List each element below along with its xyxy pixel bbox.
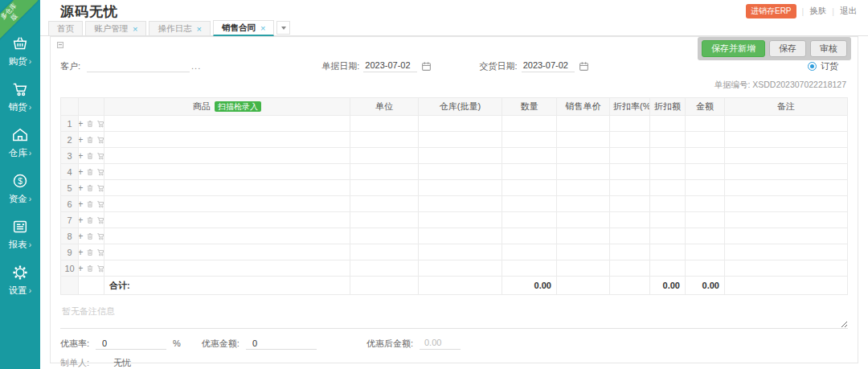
collapse-icon[interactable] xyxy=(57,42,63,48)
quantity-cell[interactable] xyxy=(502,212,557,228)
discount-amount-cell[interactable] xyxy=(650,148,686,164)
warehouse-cell[interactable] xyxy=(419,180,502,196)
add-row-icon[interactable]: + xyxy=(79,216,84,224)
discount-rate-cell[interactable] xyxy=(610,180,650,196)
discount-amount-input[interactable] xyxy=(246,338,317,350)
discount-amount-cell[interactable] xyxy=(650,116,686,132)
delete-row-icon[interactable] xyxy=(86,264,94,273)
remark-cell[interactable] xyxy=(725,228,848,244)
warehouse-cell[interactable] xyxy=(419,228,502,244)
add-row-icon[interactable]: + xyxy=(79,232,84,240)
amount-cell[interactable] xyxy=(686,196,725,212)
discount-rate-cell[interactable] xyxy=(610,116,650,132)
discount-rate-cell[interactable] xyxy=(610,148,650,164)
warehouse-cell[interactable] xyxy=(419,260,502,277)
delete-row-icon[interactable] xyxy=(86,248,94,256)
select-product-cart-icon[interactable] xyxy=(96,248,104,256)
delete-row-icon[interactable] xyxy=(86,136,94,144)
remark-textarea[interactable] xyxy=(60,301,848,329)
save-button[interactable]: 保存 xyxy=(769,40,806,57)
warehouse-cell[interactable] xyxy=(419,148,502,164)
logout-link[interactable]: 退出 xyxy=(840,6,857,17)
audit-button[interactable]: 审核 xyxy=(810,40,847,57)
delete-row-icon[interactable] xyxy=(86,216,94,224)
product-cell[interactable] xyxy=(104,116,350,132)
warehouse-cell[interactable] xyxy=(419,116,502,132)
delete-row-icon[interactable] xyxy=(86,152,94,160)
discount-rate-cell[interactable] xyxy=(610,164,650,180)
calendar-icon[interactable] xyxy=(579,61,589,72)
discount-rate-cell[interactable] xyxy=(610,260,650,277)
sidebar-item-settings[interactable]: 设置› xyxy=(0,258,40,304)
sale-price-cell[interactable] xyxy=(557,164,610,180)
select-product-cart-icon[interactable] xyxy=(96,184,104,192)
sale-price-cell[interactable] xyxy=(557,116,610,132)
discount-amount-cell[interactable] xyxy=(650,260,686,277)
tab-sales-contract[interactable]: 销售合同 × xyxy=(213,20,274,36)
unit-cell[interactable] xyxy=(350,244,419,260)
warehouse-cell[interactable] xyxy=(419,244,502,260)
sidebar-item-sales[interactable]: 销货› xyxy=(0,75,40,121)
tab-operation-log[interactable]: 操作日志 × xyxy=(149,21,210,35)
product-cell[interactable] xyxy=(104,244,350,260)
order-type-radio[interactable]: 订货 xyxy=(808,60,838,72)
scan-gun-entry-badge[interactable]: 扫描枪录入 xyxy=(215,101,261,112)
product-cell[interactable] xyxy=(104,196,350,212)
discount-rate-input[interactable] xyxy=(96,338,166,350)
radio-selected-icon[interactable] xyxy=(808,62,817,71)
select-product-cart-icon[interactable] xyxy=(96,168,104,176)
delete-row-icon[interactable] xyxy=(86,184,94,192)
unit-cell[interactable] xyxy=(350,212,419,228)
discount-rate-cell[interactable] xyxy=(610,212,650,228)
delete-row-icon[interactable] xyxy=(86,168,94,176)
product-cell[interactable] xyxy=(104,260,350,277)
sale-price-cell[interactable] xyxy=(557,212,610,228)
quantity-cell[interactable] xyxy=(502,180,557,196)
close-icon[interactable]: × xyxy=(260,23,265,33)
tab-list-dropdown[interactable] xyxy=(276,21,290,35)
unit-cell[interactable] xyxy=(350,164,419,180)
remark-cell[interactable] xyxy=(725,132,848,148)
remark-cell[interactable] xyxy=(725,260,848,277)
amount-cell[interactable] xyxy=(686,228,725,244)
warehouse-cell[interactable] xyxy=(419,212,502,228)
amount-cell[interactable] xyxy=(686,116,725,132)
sale-price-cell[interactable] xyxy=(557,260,610,277)
warehouse-cell[interactable] xyxy=(419,164,502,180)
add-row-icon[interactable]: + xyxy=(79,120,84,128)
add-row-icon[interactable]: + xyxy=(79,168,84,176)
customer-picker-button[interactable]: ... xyxy=(191,61,201,71)
product-cell[interactable] xyxy=(104,132,350,148)
amount-cell[interactable] xyxy=(686,164,725,180)
remark-cell[interactable] xyxy=(725,244,848,260)
unit-cell[interactable] xyxy=(350,260,419,277)
tab-home[interactable]: 首页 xyxy=(48,21,83,35)
save-and-new-button[interactable]: 保存并新增 xyxy=(702,40,765,57)
change-skin-link[interactable]: 换肤 xyxy=(809,6,826,17)
close-icon[interactable]: × xyxy=(196,24,201,34)
remark-cell[interactable] xyxy=(725,116,848,132)
unit-cell[interactable] xyxy=(350,116,419,132)
customer-input[interactable] xyxy=(87,59,190,72)
delivery-date-value[interactable]: 2023-07-02 xyxy=(522,59,575,72)
discount-amount-cell[interactable] xyxy=(650,244,686,260)
sidebar-item-funds[interactable]: $ 资金› xyxy=(0,166,40,212)
add-row-icon[interactable]: + xyxy=(79,248,84,256)
quantity-cell[interactable] xyxy=(502,196,557,212)
discount-rate-cell[interactable] xyxy=(610,228,650,244)
sale-price-cell[interactable] xyxy=(557,132,610,148)
amount-cell[interactable] xyxy=(686,212,725,228)
remark-cell[interactable] xyxy=(725,212,848,228)
select-product-cart-icon[interactable] xyxy=(96,136,104,144)
select-product-cart-icon[interactable] xyxy=(96,264,104,273)
sidebar-item-purchase[interactable]: 购货› xyxy=(0,29,40,75)
select-product-cart-icon[interactable] xyxy=(96,232,104,240)
discount-amount-cell[interactable] xyxy=(650,132,686,148)
quantity-cell[interactable] xyxy=(502,260,557,277)
quantity-cell[interactable] xyxy=(502,132,557,148)
quantity-cell[interactable] xyxy=(502,164,557,180)
amount-cell[interactable] xyxy=(686,132,725,148)
unit-cell[interactable] xyxy=(350,148,419,164)
amount-cell[interactable] xyxy=(686,180,725,196)
quantity-cell[interactable] xyxy=(502,148,557,164)
